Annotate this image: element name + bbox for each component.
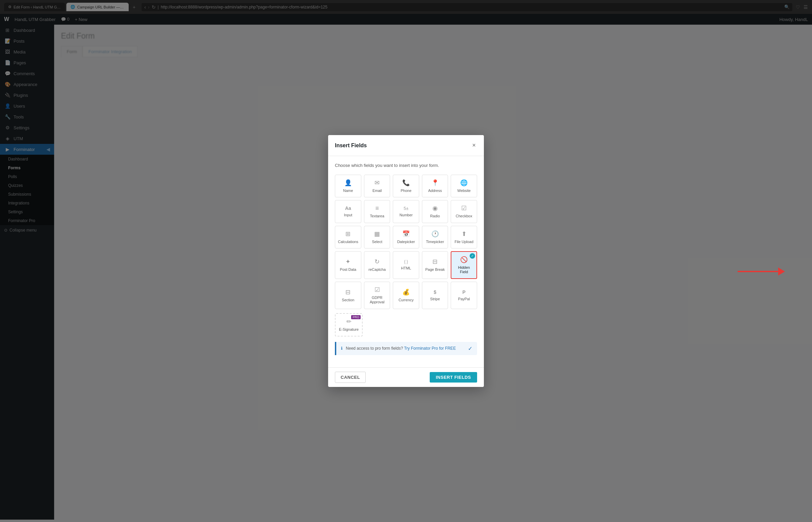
currency-icon: 💰	[402, 288, 410, 296]
field-section[interactable]: ⊟ Section	[335, 282, 361, 309]
field-checkbox[interactable]: ☑ Checkbox	[451, 200, 477, 223]
field-number[interactable]: 5± Number	[393, 200, 419, 223]
post-data-icon: ✦	[345, 258, 351, 265]
field-timepicker[interactable]: 🕐 Timepicker	[422, 226, 448, 248]
name-icon: 👤	[344, 179, 352, 186]
textarea-icon: ≡	[375, 205, 379, 212]
insert-fields-modal: Insert Fields × Choose which fields you …	[328, 135, 484, 387]
field-name[interactable]: 👤 Name	[335, 175, 361, 197]
field-address[interactable]: 📍 Address	[422, 175, 448, 197]
field-textarea[interactable]: ≡ Textarea	[364, 200, 391, 223]
html-icon: { }	[404, 259, 408, 264]
timepicker-icon: 🕐	[431, 230, 439, 238]
modal-footer: CANCEL INSERT FIELDS	[328, 367, 484, 387]
address-icon: 📍	[431, 179, 439, 186]
modal-header: Insert Fields ×	[328, 135, 484, 156]
select-icon: ▦	[374, 230, 380, 238]
section-icon: ⊟	[345, 288, 351, 296]
checkbox-icon: ☑	[461, 204, 467, 212]
datepicker-icon: 📅	[402, 230, 410, 238]
email-icon: ✉	[375, 179, 380, 186]
phone-icon: 📞	[402, 179, 410, 186]
field-html[interactable]: { } HTML	[393, 251, 419, 279]
field-post-data[interactable]: ✦ Post Data	[335, 251, 361, 279]
number-icon: 5±	[404, 206, 408, 211]
field-gdpr[interactable]: ☑ GDPR Approval	[364, 282, 391, 309]
calculations-icon: ⊞	[345, 230, 351, 238]
pro-badge: PRO	[351, 315, 361, 319]
field-hidden[interactable]: ✓ 🚫 Hidden Field	[451, 251, 477, 279]
field-website[interactable]: 🌐 Website	[451, 175, 477, 197]
recaptcha-icon: ↻	[375, 258, 380, 265]
insert-fields-button[interactable]: INSERT FIELDS	[430, 372, 477, 383]
file-upload-icon: ⬆	[461, 230, 467, 238]
field-currency[interactable]: 💰 Currency	[393, 282, 419, 309]
modal-description: Choose which fields you want to insert i…	[335, 163, 477, 168]
field-datepicker[interactable]: 📅 Datepicker	[393, 226, 419, 248]
fields-grid: 👤 Name ✉ Email 📞 Phone 📍 Address 🌐	[335, 175, 477, 309]
field-stripe[interactable]: $ Stripe	[422, 282, 448, 309]
pro-notice: ℹ Need access to pro form fields? Try Fo…	[335, 342, 477, 355]
field-phone[interactable]: 📞 Phone	[393, 175, 419, 197]
modal-close-button[interactable]: ×	[471, 140, 477, 150]
field-select[interactable]: ▦ Select	[364, 226, 391, 248]
field-input[interactable]: Aa Input	[335, 200, 361, 223]
field-calculations[interactable]: ⊞ Calculations	[335, 226, 361, 248]
pro-check-icon: ✓	[468, 345, 472, 352]
field-paypal[interactable]: P PayPal	[451, 282, 477, 309]
field-e-signature[interactable]: PRO ✏ E-Signature	[335, 313, 363, 337]
hidden-field-icon: 🚫	[460, 256, 468, 263]
selected-check-icon: ✓	[470, 253, 475, 259]
pro-notice-link[interactable]: Try Forminator Pro for FREE	[404, 346, 456, 351]
page-break-icon: ⊟	[432, 258, 437, 265]
input-icon: Aa	[345, 205, 351, 211]
radio-icon: ◉	[432, 204, 438, 212]
paypal-icon: P	[462, 289, 466, 295]
field-file-upload[interactable]: ⬆ File Upload	[451, 226, 477, 248]
modal-title: Insert Fields	[335, 142, 367, 148]
modal-body: Choose which fields you want to insert i…	[328, 156, 484, 367]
e-signature-icon: ✏	[346, 318, 352, 325]
modal-overlay[interactable]: Insert Fields × Choose which fields you …	[0, 0, 812, 520]
field-radio[interactable]: ◉ Radio	[422, 200, 448, 223]
gdpr-icon: ☑	[375, 286, 380, 294]
website-icon: 🌐	[460, 179, 468, 186]
field-recaptcha[interactable]: ↻ reCaptcha	[364, 251, 391, 279]
cancel-button[interactable]: CANCEL	[335, 372, 366, 383]
field-page-break[interactable]: ⊟ Page Break	[422, 251, 448, 279]
pro-notice-text: ℹ Need access to pro form fields? Try Fo…	[341, 346, 456, 351]
stripe-icon: $	[434, 289, 436, 295]
field-email[interactable]: ✉ Email	[364, 175, 391, 197]
red-arrow-indicator	[737, 267, 785, 276]
